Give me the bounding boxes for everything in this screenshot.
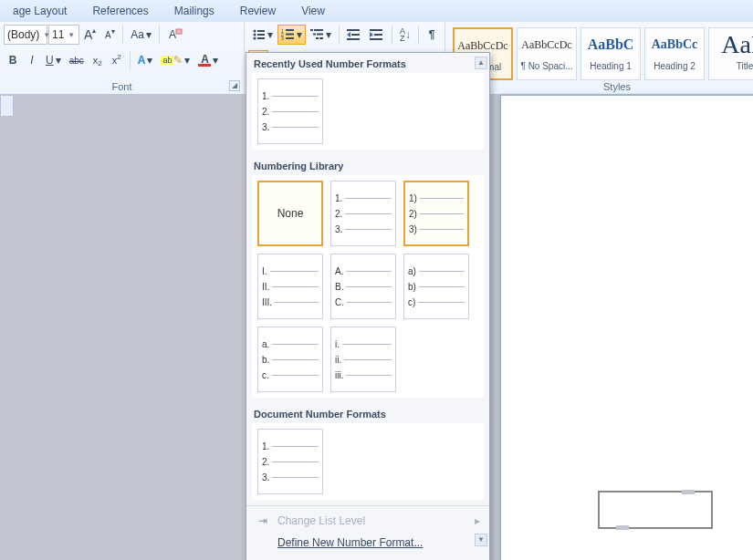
svg-rect-26 (374, 34, 382, 36)
bold-button[interactable]: B (4, 50, 22, 70)
strikethrough-button[interactable]: abc (66, 50, 88, 70)
chevron-down-icon: ▾ (147, 54, 152, 67)
number-format-tile[interactable]: 1. 2. 3. (257, 78, 323, 144)
superscript-button[interactable]: x2 (108, 50, 126, 70)
svg-rect-17 (317, 34, 323, 36)
chevron-down-icon: ▼ (68, 31, 75, 39)
section-recent-body: 1. 2. 3. (252, 73, 484, 150)
svg-rect-27 (370, 38, 382, 40)
style-title[interactable]: AaB Title (708, 27, 753, 80)
font-family-combo[interactable]: (Body)▼ (4, 25, 47, 45)
number-format-none[interactable]: None (257, 181, 323, 246)
tab-references[interactable]: References (79, 2, 161, 20)
bullets-button[interactable]: ▾ (248, 25, 277, 45)
svg-rect-16 (313, 34, 316, 36)
number-format-tile[interactable]: a. b. c. (257, 327, 323, 392)
text-box-selection[interactable] (598, 491, 713, 529)
dropdown-scrollbar: ▲ ▼ (475, 57, 487, 546)
number-format-tile[interactable]: 1. 2. 3. (257, 429, 323, 494)
increase-indent-button[interactable] (366, 25, 388, 45)
style-preview: AaBbCc (645, 28, 704, 61)
numbering-button[interactable]: 123 ▾ (277, 25, 306, 45)
set-numbering-value-item: Set Numbering Value... (246, 554, 489, 560)
svg-rect-11 (286, 34, 294, 36)
svg-rect-3 (257, 30, 265, 32)
tab-page-layout[interactable]: age Layout (0, 2, 79, 20)
style-no-spacing[interactable]: AaBbCcDc ¶ No Spaci... (517, 27, 577, 80)
font-color-button[interactable]: A▾ (194, 50, 222, 70)
subscript-button[interactable]: x2 (89, 50, 107, 70)
separator (392, 26, 392, 44)
separator (339, 26, 340, 44)
tab-view[interactable]: View (288, 2, 338, 20)
separator (122, 26, 123, 44)
font-family-value: (Body) (7, 28, 39, 41)
number-format-tile[interactable]: I. II. III. (257, 254, 323, 319)
tab-review[interactable]: Review (227, 2, 288, 20)
separator (418, 26, 419, 44)
show-marks-button[interactable]: ¶ (423, 25, 441, 45)
grow-font-button[interactable]: A▴ (80, 25, 99, 45)
define-new-number-format-item[interactable]: Define New Number Format... (246, 532, 489, 554)
style-preview: AaBbC (581, 28, 640, 61)
svg-rect-24 (370, 29, 382, 31)
scroll-up-button[interactable]: ▲ (475, 57, 487, 69)
style-heading-1[interactable]: AaBbC Heading 1 (580, 27, 641, 80)
outdent-icon (347, 28, 361, 41)
svg-point-6 (254, 37, 256, 40)
sort-button[interactable]: AZ↓ (396, 25, 414, 45)
section-recent-title: Recently Used Number Formats (246, 53, 489, 73)
svg-marker-21 (347, 32, 350, 37)
italic-button[interactable]: I (23, 50, 41, 70)
number-format-tile[interactable]: 1. 2. 3. (330, 181, 396, 246)
section-library-title: Numbering Library (246, 155, 489, 175)
number-format-tile[interactable]: i. ii. iii. (330, 327, 396, 392)
svg-text:3: 3 (281, 36, 284, 41)
number-format-tile[interactable]: A. B. C. (330, 254, 396, 319)
style-heading-2[interactable]: AaBbCc Heading 2 (644, 27, 705, 80)
svg-rect-15 (314, 29, 323, 31)
chevron-down-icon: ▾ (146, 28, 152, 41)
multilevel-list-button[interactable]: ▾ (307, 25, 335, 45)
shrink-font-button[interactable]: A▾ (100, 25, 119, 45)
chevron-down-icon: ▾ (184, 54, 190, 67)
section-library-body: None 1. 2. 3. 1) 2) 3) I. II. III. A. B.… (252, 175, 484, 398)
svg-text:A: A (169, 28, 176, 41)
clear-formatting-button[interactable]: A (163, 25, 187, 45)
font-dialog-launcher[interactable]: ◢ (229, 80, 240, 91)
separator (159, 26, 160, 44)
group-font: (Body)▼ 11▼ A▴ A▾ Aa▾ A B I U▾ abc x2 x2… (0, 22, 245, 94)
chevron-down-icon: ▾ (56, 54, 61, 67)
dropdown-footer: ⇥ Change List Level ▸ Define New Number … (246, 505, 489, 560)
change-list-level-item: ⇥ Change List Level ▸ (246, 510, 489, 532)
indent-icon: ⇥ (256, 514, 270, 527)
decrease-indent-button[interactable] (343, 25, 365, 45)
group-label-font: Font (0, 81, 244, 92)
svg-point-4 (254, 34, 256, 36)
chevron-down-icon: ▾ (297, 28, 302, 41)
change-case-button[interactable]: Aa▾ (127, 25, 155, 45)
svg-point-2 (254, 30, 256, 33)
style-preview: AaB (709, 28, 753, 61)
svg-rect-14 (310, 29, 313, 31)
scroll-down-button[interactable]: ▼ (475, 534, 487, 546)
text-effects-button[interactable]: A▾ (134, 50, 157, 70)
style-label: Title (709, 61, 753, 71)
tab-mailings[interactable]: Mailings (162, 2, 227, 20)
number-format-tile[interactable]: 1) 2) 3) (403, 181, 469, 246)
font-size-combo[interactable]: 11▼ (48, 25, 79, 45)
svg-rect-7 (257, 37, 265, 39)
eraser-icon: A (167, 27, 183, 42)
highlight-button[interactable]: ab✎▾ (157, 50, 193, 70)
svg-rect-19 (319, 37, 323, 39)
style-preview: AaBbCcDc (518, 28, 576, 61)
font-size-value: 11 (52, 28, 64, 41)
number-format-tile[interactable]: a) b) c) (403, 254, 469, 319)
svg-rect-18 (316, 37, 319, 39)
separator (130, 51, 131, 69)
svg-marker-25 (370, 32, 373, 37)
underline-button[interactable]: U▾ (42, 50, 65, 70)
svg-rect-5 (257, 34, 265, 36)
group-label-styles: Styles (445, 81, 753, 92)
indent-icon (370, 28, 384, 41)
